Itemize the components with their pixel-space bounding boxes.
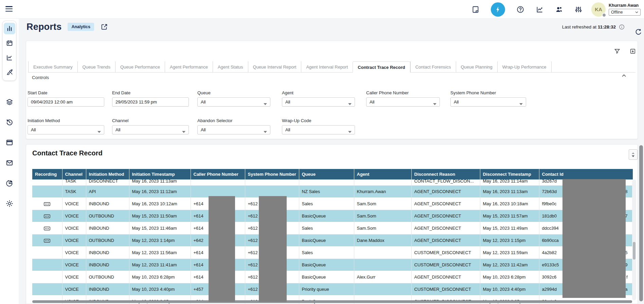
channel-select[interactable]: All <box>112 125 189 134</box>
col-header-recording[interactable]: Recording <box>32 169 62 179</box>
sidebar-item-mail-icon[interactable] <box>5 159 14 167</box>
initiation-method-select[interactable]: All <box>28 125 104 134</box>
col-header-system-phone-number[interactable]: System Phone Number <box>245 169 299 179</box>
tab-queue-trends[interactable]: Queue Trends <box>77 61 115 72</box>
tab-agent-status[interactable]: Agent Status <box>213 61 248 72</box>
status-dot-icon <box>602 13 606 17</box>
tab-queue-planning[interactable]: Queue Planning <box>456 61 497 72</box>
cell-reason: AGENT_DISCONNECT <box>411 186 480 198</box>
controls-label: Controls <box>32 75 49 80</box>
sliders-icon[interactable] <box>574 5 583 14</box>
sidebar-item-bar-chart-icon[interactable] <box>4 23 15 34</box>
table-spinner[interactable] <box>629 149 638 160</box>
cell-timestamp: May 15, 2023 11:46am <box>129 222 191 234</box>
status-select[interactable]: Offline <box>609 9 641 16</box>
filter-initiation-method: Initiation MethodAll <box>28 118 104 134</box>
filter-value: All <box>31 127 36 132</box>
topbar: KA Khurram Awan Offline <box>0 0 644 19</box>
col-header-channel[interactable]: Channel <box>62 169 86 179</box>
spinner-down-icon[interactable] <box>632 155 634 157</box>
cell-caller <box>191 179 245 186</box>
sidebar-item-layers-icon[interactable] <box>5 98 14 106</box>
recording-icon[interactable] <box>44 213 50 218</box>
sidebar-item-window-icon[interactable] <box>5 138 14 147</box>
hamburger-menu-icon[interactable] <box>5 6 13 13</box>
col-header-queue[interactable]: Queue <box>299 169 354 179</box>
avatar[interactable]: KA <box>591 2 606 17</box>
table-row[interactable]: TASKAPIMay 16, 2023 11:12amNZ SalesKhurr… <box>32 186 633 198</box>
table-row[interactable]: VOICEINBOUNDMay 10, 2023 4:40pm+457+612P… <box>32 283 633 296</box>
system-phone-number-select[interactable]: All <box>450 97 526 107</box>
page-scrollbar[interactable] <box>639 19 643 303</box>
table-row[interactable]: VOICEINBOUNDMay 16, 2023 10:12am+614+612… <box>32 198 633 210</box>
tab-contract-trace-record[interactable]: Contract Trace Record <box>353 61 410 73</box>
table-scrollbar-thumb[interactable] <box>633 242 636 260</box>
caret-down-icon <box>264 129 267 131</box>
app-window: KA Khurram Awan Offline Reports Analytic… <box>0 0 644 304</box>
cell-queue: NZ Sales <box>299 186 354 198</box>
caller-phone-number-select[interactable]: All <box>366 97 440 107</box>
tab-queue-interval-report[interactable]: Queue Interval Report <box>248 61 301 72</box>
abandon-selector-select[interactable]: All <box>197 125 270 134</box>
tab-agent-performance[interactable]: Agent Performance <box>165 61 213 72</box>
info-icon[interactable] <box>619 24 625 30</box>
tab-executive-summary[interactable]: Executive Summary <box>28 61 77 72</box>
page-scrollbar-thumb[interactable] <box>639 145 643 301</box>
sidebar-item-brush-icon[interactable] <box>4 66 15 78</box>
table-row[interactable]: VOICEINBOUNDMay 15, 2023 11:46am+614+612… <box>32 222 633 234</box>
table-row[interactable]: VOICEINBOUNDMay 12, 2023 11:56am+614+612… <box>32 247 633 259</box>
contact-trace-table: RecordingChannelInitiation MethodInitiat… <box>32 169 633 304</box>
cell-system <box>245 179 299 186</box>
horizontal-scrollbar[interactable] <box>32 300 632 303</box>
filter-icon[interactable] <box>614 48 621 55</box>
table-row[interactable]: TASKDISCONNECTMay 16, 2023 11:13amCONTAC… <box>32 179 633 186</box>
spinner-up-icon[interactable] <box>632 152 634 154</box>
col-header-initiation-timestamp[interactable]: Initiation Timestamp <box>129 169 191 179</box>
download-icon[interactable] <box>629 48 636 55</box>
table-row[interactable]: VOICEOUTBOUNDMay 12, 2023 1:14pm+642+612… <box>32 234 633 247</box>
col-header-initiation-method[interactable]: Initiation Method <box>86 169 129 179</box>
col-header-disconnect-reason[interactable]: Disconnect Reason <box>411 169 480 179</box>
start-date-input[interactable]: 09/04/2023 12:00 am <box>28 97 104 107</box>
table-scrollbar[interactable] <box>632 179 636 300</box>
flash-icon[interactable] <box>491 2 505 17</box>
collapse-chevron-icon[interactable] <box>621 72 627 79</box>
filter-label: Abandon Selector <box>197 118 270 123</box>
tab-contact-forensics[interactable]: Contact Forensics <box>410 61 456 72</box>
sidebar-item-trend-icon[interactable] <box>4 52 15 63</box>
cell-timestamp: May 10, 2023 4:40pm <box>129 283 191 296</box>
table-row[interactable]: VOICEOUTBOUNDMay 10, 2023 6:28pm+614+612… <box>32 271 633 283</box>
col-header-agent[interactable]: Agent <box>354 169 411 179</box>
external-link-icon[interactable] <box>101 23 108 31</box>
sidebar-item-calendar-icon[interactable] <box>4 37 15 49</box>
line-chart-icon[interactable] <box>536 5 544 14</box>
table-row[interactable]: VOICEOUTBOUNDMay 15, 2023 11:50am+614+61… <box>32 210 633 222</box>
help-icon[interactable] <box>516 5 524 14</box>
cell-agent: Dane.Maddox <box>354 234 411 247</box>
cell-channel: VOICE <box>62 271 86 283</box>
filter-value: All <box>370 99 374 104</box>
col-header-disconnect-timestamp[interactable]: Disconnect Timestamp <box>480 169 539 179</box>
table-row[interactable]: VOICEINBOUNDMay 12, 2023 11:41am+614+612… <box>32 259 633 271</box>
cell-channel: TASK <box>62 179 86 186</box>
col-header-contact-id[interactable]: Contact Id <box>539 169 633 179</box>
cell-recording <box>32 247 62 259</box>
end-date-input[interactable]: 29/05/2023 11:59 pm <box>112 97 189 107</box>
people-icon[interactable] <box>555 5 563 14</box>
recording-icon[interactable] <box>44 238 50 243</box>
recording-icon[interactable] <box>44 226 50 231</box>
agent-select[interactable]: All <box>282 97 355 107</box>
tab-queue-performance[interactable]: Queue Performance <box>115 61 165 72</box>
recording-icon[interactable] <box>44 201 50 206</box>
tab-agent-interval-report[interactable]: Agent Interval Report <box>301 61 353 72</box>
caret-down-icon <box>433 101 436 103</box>
sidebar-item-gear-icon[interactable] <box>5 200 14 208</box>
cell-agent: Alex.Gurr <box>354 271 411 283</box>
queue-select[interactable]: All <box>197 97 270 107</box>
sidebar-item-history-icon[interactable] <box>5 118 14 126</box>
note-icon[interactable] <box>471 5 480 14</box>
wrap-up-code-select[interactable]: All <box>282 125 355 134</box>
sidebar-item-pie-chart-icon[interactable] <box>5 179 14 187</box>
tab-wrap-up-performance[interactable]: Wrap-Up Performance <box>497 61 552 72</box>
col-header-caller-phone-number[interactable]: Caller Phone Number <box>191 169 245 179</box>
